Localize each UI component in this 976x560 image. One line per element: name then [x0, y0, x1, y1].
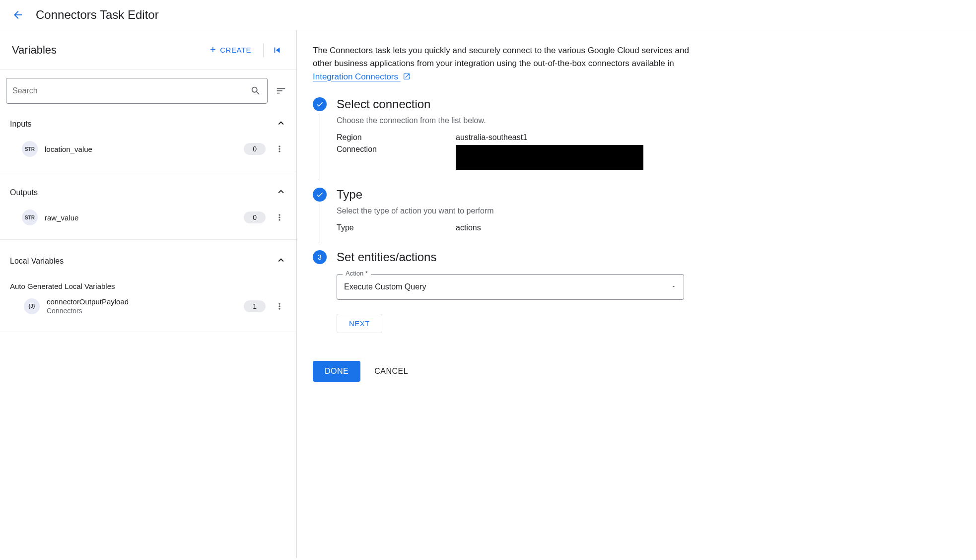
- variable-input-row[interactable]: STR location_value 0: [0, 136, 296, 162]
- back-button[interactable]: [12, 9, 24, 21]
- more-vert-icon: [275, 212, 284, 222]
- connection-label: Connection: [337, 145, 456, 154]
- chevron-up-icon: [276, 118, 286, 130]
- connection-value-redacted: [456, 145, 643, 170]
- usage-count: 0: [244, 143, 266, 155]
- step1-indicator: [313, 97, 327, 111]
- chevron-down-icon: [671, 282, 677, 291]
- search-input[interactable]: [12, 86, 250, 95]
- check-icon: [316, 191, 324, 199]
- search-icon: [250, 85, 261, 96]
- local-subtitle: Auto Generated Local Variables: [10, 282, 115, 290]
- more-vert-icon: [275, 301, 284, 311]
- variables-panel: Variables + CREATE: [0, 30, 297, 558]
- plus-icon: +: [210, 44, 216, 56]
- more-vert-icon: [275, 144, 284, 154]
- variable-subtitle: Connectors: [47, 307, 237, 315]
- region-label: Region: [337, 133, 456, 142]
- step2-indicator: [313, 188, 327, 202]
- filter-icon: [276, 85, 286, 96]
- step3-indicator: 3: [313, 250, 327, 264]
- more-menu-button[interactable]: [273, 299, 286, 313]
- type-badge: STR: [22, 141, 38, 157]
- action-value: Execute Custom Query: [344, 282, 426, 291]
- variable-name: location_value: [45, 145, 237, 153]
- action-field-label: Action *: [343, 270, 371, 277]
- variable-name: connectorOutputPayload: [47, 297, 237, 306]
- type-value: actions: [456, 223, 481, 232]
- integration-connectors-link[interactable]: Integration Connectors: [313, 72, 411, 81]
- next-button[interactable]: NEXT: [337, 314, 382, 333]
- step3-title: Set entities/actions: [337, 250, 960, 264]
- collapse-left-icon: [272, 45, 282, 56]
- step2-desc: Select the type of action you want to pe…: [337, 207, 960, 215]
- search-field[interactable]: [6, 78, 268, 104]
- variable-name: raw_value: [45, 213, 237, 222]
- variable-output-row[interactable]: STR raw_value 0: [0, 205, 296, 230]
- action-select[interactable]: Execute Custom Query: [337, 274, 684, 300]
- chevron-up-icon: [276, 186, 286, 199]
- external-link-icon: [403, 72, 411, 80]
- local-title: Local Variables: [10, 257, 64, 266]
- inputs-title: Inputs: [10, 120, 32, 129]
- local-section-header[interactable]: Local Variables: [0, 249, 296, 273]
- done-button[interactable]: DONE: [313, 361, 360, 382]
- step1-title: Select connection: [337, 97, 960, 111]
- region-value: australia-southeast1: [456, 133, 527, 142]
- config-panel: The Connectors task lets you quickly and…: [297, 30, 976, 558]
- type-label: Type: [337, 223, 456, 232]
- cancel-label: CANCEL: [374, 367, 408, 375]
- intro-text: The Connectors task lets you quickly and…: [313, 44, 690, 83]
- outputs-section-header[interactable]: Outputs: [0, 180, 296, 205]
- create-button[interactable]: + CREATE: [204, 40, 257, 60]
- filter-button[interactable]: [276, 85, 290, 96]
- step2-title: Type: [337, 188, 960, 202]
- done-label: DONE: [325, 367, 349, 375]
- cancel-button[interactable]: CANCEL: [374, 361, 408, 382]
- type-badge: {J}: [24, 298, 40, 314]
- arrow-left-icon: [12, 9, 24, 21]
- more-menu-button[interactable]: [273, 210, 286, 224]
- intro-prefix: The Connectors task lets you quickly and…: [313, 46, 689, 68]
- variable-local-row[interactable]: {J} connectorOutputPayload Connectors 1: [0, 292, 296, 320]
- more-menu-button[interactable]: [273, 142, 286, 156]
- check-icon: [316, 100, 324, 108]
- step1-desc: Choose the connection from the list belo…: [337, 116, 960, 125]
- create-label: CREATE: [220, 46, 251, 54]
- collapse-panel-button[interactable]: [270, 43, 284, 58]
- usage-count: 1: [244, 300, 266, 312]
- divider: [263, 43, 264, 57]
- next-label: NEXT: [349, 319, 370, 328]
- chevron-up-icon: [276, 255, 286, 267]
- variables-heading: Variables: [12, 44, 57, 57]
- inputs-section-header[interactable]: Inputs: [0, 112, 296, 136]
- usage-count: 0: [244, 211, 266, 223]
- link-text: Integration Connectors: [313, 72, 398, 81]
- type-badge: STR: [22, 210, 38, 225]
- outputs-title: Outputs: [10, 188, 38, 197]
- page-title: Connectors Task Editor: [36, 8, 159, 22]
